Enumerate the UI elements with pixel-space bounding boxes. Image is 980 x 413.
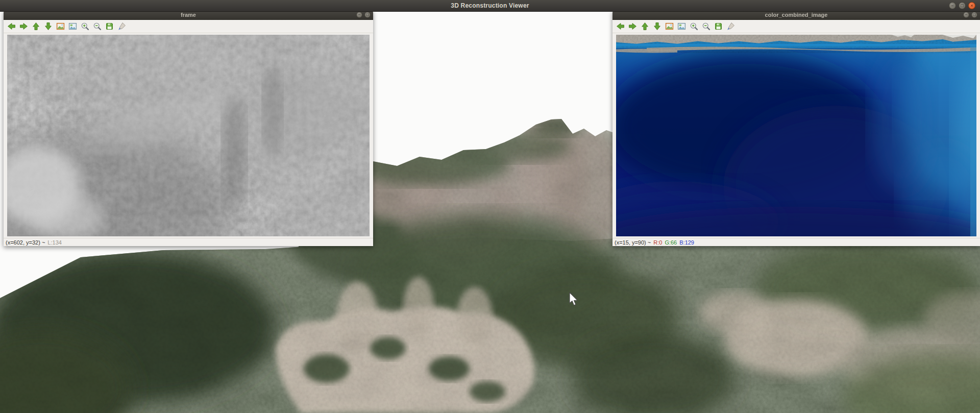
save-icon[interactable]: [713, 21, 724, 32]
frame-grayscale-render: [7, 35, 370, 236]
pixel-red-value: R:0: [653, 239, 662, 246]
maximize-button[interactable]: □: [959, 2, 966, 9]
pan-left-icon[interactable]: [6, 21, 17, 32]
pan-right-icon[interactable]: [627, 21, 638, 32]
zoom-out-icon[interactable]: [92, 21, 103, 32]
pan-up-icon[interactable]: [640, 21, 650, 32]
zoom-x30-icon[interactable]: [67, 21, 78, 32]
zoom-x30-icon[interactable]: [676, 21, 687, 32]
minimize-button[interactable]: −: [356, 12, 362, 18]
pixel-blue-value: B:129: [679, 239, 694, 246]
frame-toolbar: [4, 20, 373, 33]
frame-window: frame −□: [4, 10, 373, 246]
pan-left-icon[interactable]: [615, 21, 626, 32]
close-button[interactable]: ×: [968, 2, 975, 9]
color-image-view[interactable]: [616, 35, 976, 236]
properties-icon[interactable]: [725, 21, 736, 32]
minimize-button[interactable]: −: [949, 2, 956, 9]
frame-image-view[interactable]: [7, 35, 370, 236]
pixel-coordinates: (x=602, y=32) ~: [6, 239, 45, 246]
color-toolbar: [612, 20, 980, 33]
app-title: 3D Reconstruction Viewer: [451, 2, 529, 9]
frame-window-title: frame: [181, 12, 196, 18]
zoom-out-icon[interactable]: [701, 21, 712, 32]
maximize-button[interactable]: □: [971, 12, 977, 18]
desktop-panel: 3D Reconstruction Viewer −□×: [0, 0, 980, 12]
zoom-in-icon[interactable]: [80, 21, 90, 32]
window-controls: −□×: [949, 2, 975, 9]
minimize-button[interactable]: −: [963, 12, 969, 18]
pixel-green-value: G:66: [665, 239, 677, 246]
frame-window-controls: −□: [356, 12, 371, 18]
frame-statusbar: (x=602, y=32) ~ L:134: [4, 238, 373, 246]
color-window-title: color_combined_image: [765, 12, 828, 18]
pan-up-icon[interactable]: [31, 21, 41, 32]
color-window-controls: −□: [963, 12, 977, 18]
properties-icon[interactable]: [116, 21, 127, 32]
zoom-in-icon[interactable]: [689, 21, 699, 32]
pixel-coordinates: (x=15, y=90) ~: [615, 239, 651, 246]
zoom-x1-icon[interactable]: [55, 21, 66, 32]
depth-color-render: [616, 35, 976, 236]
color-statusbar: (x=15, y=90) ~ R:0 G:66 B:129: [612, 238, 980, 246]
zoom-x1-icon[interactable]: [664, 21, 675, 32]
pan-down-icon[interactable]: [652, 21, 663, 32]
pan-down-icon[interactable]: [43, 21, 54, 32]
maximize-button[interactable]: □: [364, 12, 371, 18]
pan-right-icon[interactable]: [18, 21, 29, 32]
save-icon[interactable]: [104, 21, 115, 32]
color-combined-window: color_combined_image −□: [612, 10, 980, 246]
pixel-luma-value: L:134: [47, 239, 62, 246]
